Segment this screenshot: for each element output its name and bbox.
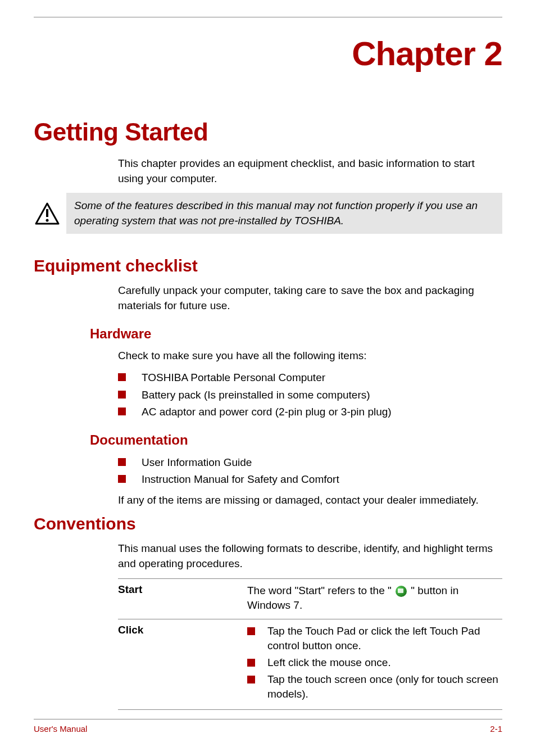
table-row: Click Tap the Touch Pad or click the lef… — [118, 619, 502, 710]
windows-start-orb-icon — [396, 586, 407, 597]
list-item: Battery pack (Is preinstalled in some co… — [118, 387, 502, 403]
list-item-text: TOSHIBA Portable Personal Computer — [142, 370, 325, 386]
bullet-icon — [118, 373, 126, 381]
list-item-text: Left click the mouse once. — [267, 655, 502, 671]
warning-icon — [35, 202, 60, 225]
convention-definition: The word "Start" refers to the " " butto… — [247, 583, 502, 613]
warning-text: Some of the features described in this m… — [66, 193, 502, 234]
bullet-icon — [247, 627, 255, 635]
main-heading: Getting Started — [34, 118, 502, 146]
bullet-icon — [118, 458, 126, 466]
hardware-heading: Hardware — [90, 326, 502, 342]
convention-definition: Tap the Touch Pad or click the left Touc… — [247, 624, 502, 704]
list-item: Tap the Touch Pad or click the left Touc… — [247, 624, 502, 654]
bullet-icon — [247, 676, 255, 683]
list-item: Instruction Manual for Safety and Comfor… — [118, 472, 502, 487]
list-item-text: Instruction Manual for Safety and Comfor… — [142, 472, 339, 487]
bullet-icon — [118, 408, 126, 415]
bullet-icon — [118, 475, 126, 483]
list-item: Left click the mouse once. — [247, 655, 502, 671]
list-item-text: User Information Guide — [142, 455, 252, 470]
definition-prefix: The word "Start" refers to the " — [247, 585, 394, 596]
intro-paragraph: This chapter provides an equipment check… — [118, 156, 502, 186]
list-item: User Information Guide — [118, 455, 502, 470]
table-row: Start The word "Start" refers to the " "… — [118, 578, 502, 619]
documentation-note: If any of the items are missing or damag… — [118, 493, 502, 508]
chapter-title: Chapter 2 — [34, 34, 502, 73]
documentation-heading: Documentation — [90, 432, 502, 448]
convention-term: Click — [118, 624, 247, 704]
conventions-heading: Conventions — [34, 514, 502, 533]
footer-page-number: 2-1 — [490, 724, 502, 734]
bullet-icon — [118, 391, 126, 399]
conventions-table: Start The word "Start" refers to the " "… — [118, 578, 502, 710]
top-rule — [34, 17, 502, 17]
list-item-text: Tap the touch screen once (only for touc… — [267, 672, 502, 702]
hardware-list: TOSHIBA Portable Personal Computer Batte… — [118, 370, 502, 420]
page-footer: User's Manual 2-1 — [34, 719, 502, 734]
list-item-text: AC adaptor and power cord (2-pin plug or… — [142, 404, 392, 420]
warning-callout: Some of the features described in this m… — [34, 193, 502, 234]
equipment-intro: Carefully unpack your computer, taking c… — [118, 283, 502, 313]
bullet-icon — [247, 659, 255, 667]
list-item-text: Battery pack (Is preinstalled in some co… — [142, 387, 370, 403]
list-item: TOSHIBA Portable Personal Computer — [118, 370, 502, 386]
conventions-intro: This manual uses the following formats t… — [118, 541, 502, 571]
documentation-list: User Information Guide Instruction Manua… — [118, 455, 502, 487]
hardware-intro: Check to make sure you have all the foll… — [118, 348, 502, 364]
list-item: Tap the touch screen once (only for touc… — [247, 672, 502, 702]
convention-term: Start — [118, 583, 247, 613]
footer-left: User's Manual — [34, 724, 87, 734]
svg-rect-0 — [46, 209, 48, 217]
svg-point-1 — [46, 219, 49, 221]
equipment-checklist-heading: Equipment checklist — [34, 256, 502, 275]
list-item: AC adaptor and power cord (2-pin plug or… — [118, 404, 502, 420]
list-item-text: Tap the Touch Pad or click the left Touc… — [267, 624, 502, 654]
